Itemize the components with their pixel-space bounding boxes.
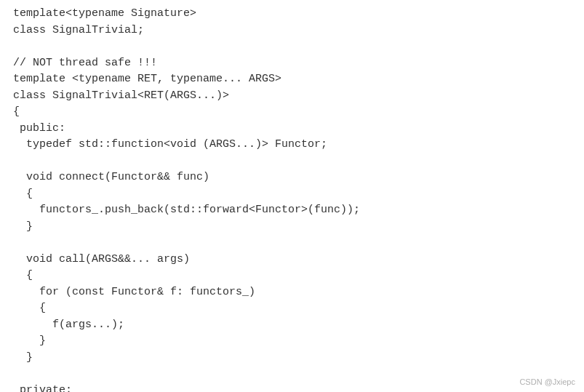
code-block: template<typename Signature> class Signa… bbox=[13, 6, 571, 392]
watermark-text: CSDN @Jxiepc bbox=[519, 376, 575, 388]
